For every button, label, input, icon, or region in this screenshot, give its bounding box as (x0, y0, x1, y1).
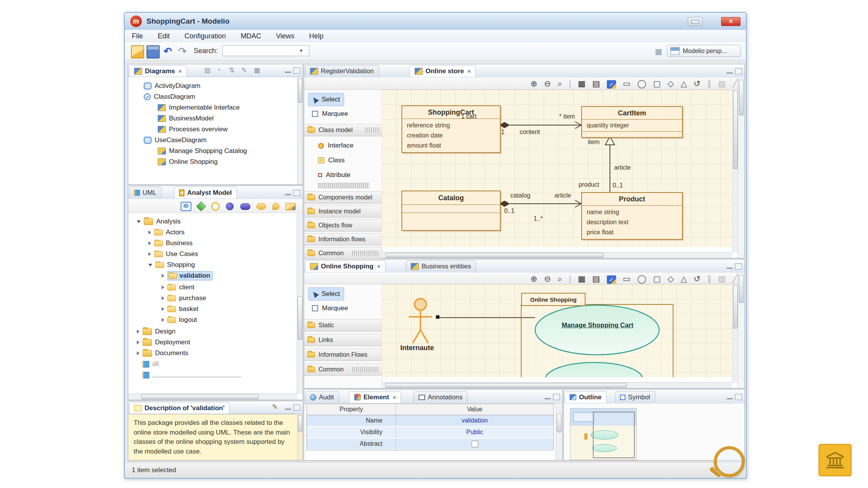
minimap-viewport[interactable] (593, 412, 635, 458)
edit-description-icon[interactable]: ✎ (272, 403, 278, 411)
description-scrollbar[interactable] (297, 414, 303, 460)
usecase-label[interactable]: Manage Shopping Cart (541, 321, 654, 329)
frame-icon[interactable]: ▭ (623, 273, 630, 285)
property-row-visibility[interactable]: Visibility Public (307, 427, 553, 438)
tab-close-icon[interactable]: × (393, 394, 396, 400)
save-icon[interactable] (146, 45, 160, 58)
zoom-reset-icon[interactable]: ⌕ (558, 77, 562, 89)
menu-file[interactable]: File (132, 32, 143, 40)
folder-nav-icon[interactable] (286, 203, 296, 210)
tree-item[interactable]: UseCaseDiagram (144, 135, 207, 146)
usecase-editor-side-scroll[interactable] (738, 273, 744, 388)
tree-item-deployment[interactable]: Deployment (137, 337, 190, 348)
menu-views[interactable]: Views (276, 32, 294, 40)
class-canvas-hscroll[interactable] (382, 252, 732, 258)
class-canvas-vscroll[interactable] (732, 90, 738, 253)
rotate-icon[interactable]: ↺ (694, 77, 701, 89)
palette-select[interactable]: Select (308, 287, 344, 301)
tree-item[interactable]: Online Shopping (158, 156, 218, 167)
tab-online-shopping[interactable]: Online Shopping × (305, 260, 386, 272)
panel-minimize-icon[interactable] (727, 394, 733, 399)
grid-icon[interactable]: ▦ (578, 273, 586, 285)
validate-icon[interactable]: ✓ (607, 80, 616, 89)
tree-item-business[interactable]: Business (148, 238, 193, 249)
diamond-icon[interactable]: ◇ (668, 77, 674, 89)
tab-analyst-model[interactable]: Analyst Model (174, 187, 237, 198)
tree-item-basket[interactable]: basket (162, 304, 198, 314)
panel-maximize-icon[interactable] (553, 394, 560, 400)
panel-maximize-icon[interactable] (293, 190, 300, 196)
panel-minimize-icon[interactable] (727, 263, 733, 269)
property-row-name[interactable]: Name validation (307, 415, 553, 427)
description-text[interactable]: This package provides all the classes re… (128, 414, 303, 460)
slash-icon[interactable]: ╱ (732, 77, 737, 89)
triangle-icon[interactable]: △ (680, 273, 687, 285)
panel-maximize-icon[interactable] (293, 404, 300, 411)
yellow-oval-icon[interactable] (257, 203, 266, 210)
tab-symbol[interactable]: Symbol (615, 391, 655, 403)
tab-outline[interactable]: Outline (565, 391, 607, 403)
package-tab[interactable]: Online Shopping (521, 293, 586, 306)
tab-diagrams[interactable]: Diagrams × (129, 65, 187, 77)
tree-item[interactable]: ClassDiagram (144, 91, 195, 102)
panel-maximize-icon[interactable] (735, 394, 742, 400)
ellipse-icon[interactable]: ◯ (637, 77, 647, 89)
properties-scrollbar[interactable] (556, 404, 562, 460)
tab-close-icon[interactable]: × (377, 263, 381, 270)
palette-attribute[interactable]: Attribute (314, 169, 354, 181)
green-diamond-icon[interactable] (196, 201, 206, 211)
purple-circle-icon[interactable] (226, 203, 234, 210)
search-dropdown-icon[interactable]: ▾ (300, 48, 303, 53)
palette-interface[interactable]: Interface (314, 139, 357, 152)
tree-item[interactable]: Manage Shopping Catalog (158, 146, 247, 156)
tree-item-analysis[interactable]: Analysis (137, 216, 181, 227)
search-input[interactable] (222, 45, 309, 56)
tab-description[interactable]: Description of 'validation' (129, 402, 229, 414)
menu-mdac[interactable]: MDAC (241, 32, 261, 40)
redo-icon[interactable]: ↷ (177, 45, 188, 57)
tree-item-documents[interactable]: Documents (137, 348, 188, 359)
zoom-in-icon[interactable]: ⊕ (530, 273, 537, 285)
panel-maximize-icon[interactable] (293, 67, 300, 74)
menu-help[interactable]: Help (309, 32, 324, 40)
tab-online-store[interactable]: Online store × (410, 65, 476, 77)
model-hscrollbar[interactable] (128, 393, 297, 400)
zoom-in-icon[interactable]: ⊕ (530, 77, 537, 89)
close-button[interactable]: ✕ (721, 17, 741, 26)
palette-section-information-flows[interactable]: Information Flows (304, 349, 382, 361)
diagrams-header-icon-grid[interactable]: ▦ (254, 66, 260, 74)
columns-icon[interactable]: ∥ (707, 77, 711, 89)
panel-minimize-icon[interactable] (285, 190, 291, 195)
columns-icon[interactable]: ∥ (707, 273, 711, 285)
palette-marquee[interactable]: Marquee (308, 302, 352, 314)
palette-class[interactable]: Class (314, 154, 349, 167)
usecase-canvas-hscroll[interactable] (382, 382, 732, 388)
palette-section-class-model[interactable]: Class model (304, 124, 382, 136)
abstract-checkbox[interactable] (472, 441, 478, 447)
rectangle-icon[interactable]: ▢ (653, 273, 661, 285)
tab-element[interactable]: Element × (349, 391, 401, 403)
diagrams-scrollbar[interactable] (297, 77, 303, 184)
usecase-canvas-vscroll[interactable] (732, 284, 738, 383)
palette-section-static[interactable]: Static (304, 319, 382, 332)
class-shopping-cart[interactable]: ShoppingCart reference string creation d… (401, 105, 501, 153)
purple-pill-icon[interactable] (240, 203, 250, 210)
perspective-combo[interactable]: Modelio persp... (667, 45, 741, 57)
property-row-abstract[interactable]: Abstract (307, 438, 553, 450)
diagrams-header-icon-sort[interactable]: ⇅ (229, 66, 234, 74)
diagrams-header-icon-pie[interactable]: ◔ (217, 66, 220, 74)
open-project-icon[interactable] (131, 45, 144, 58)
tab-close-icon[interactable]: × (178, 68, 182, 74)
tree-item-shopping[interactable]: Shopping (148, 259, 195, 270)
palette-section-information-flows[interactable]: Information flows (304, 233, 382, 246)
workspace-grid-icon[interactable]: ▦ (655, 47, 662, 56)
class-catalog[interactable]: Catalog (401, 191, 501, 231)
interface-ring-icon[interactable] (211, 202, 220, 211)
tree-item-dll[interactable]: dll (137, 359, 159, 369)
tree-item[interactable]: Implementable Interface (158, 102, 239, 113)
col-value[interactable]: Value (396, 404, 553, 415)
palette-section-instance[interactable]: Instance model (304, 205, 382, 218)
panel-minimize-icon[interactable] (727, 68, 733, 74)
diagram-minimap[interactable] (570, 408, 637, 460)
rotate-icon[interactable]: ↺ (694, 273, 701, 285)
